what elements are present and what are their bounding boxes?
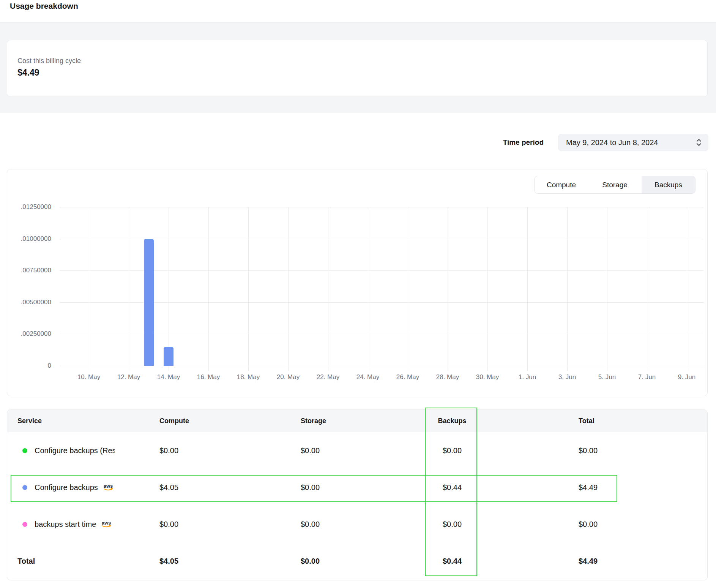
x-axis-tick-label: 14. May xyxy=(149,373,188,381)
service-dot-icon xyxy=(22,522,27,527)
usage-bar-13-may[interactable] xyxy=(144,239,154,366)
column-header-backups: Backups xyxy=(395,417,509,425)
chart-metric-tabs: ComputeStorageBackups xyxy=(534,176,695,194)
y-axis-tick-label: .00750000 xyxy=(7,266,51,275)
x-gridline xyxy=(647,207,647,371)
x-gridline xyxy=(169,207,169,371)
billing-cycle-amount: $4.49 xyxy=(17,68,39,78)
cell-storage: $0.00 xyxy=(301,520,395,529)
cell-total: $4.49 xyxy=(509,483,707,492)
table-row: Configure backupsaws$4.05$0.00$0.44$4.49 xyxy=(7,469,707,506)
x-axis-tick-label: 24. May xyxy=(348,373,388,381)
time-period-row: Time period May 9, 2024 to Jun 8, 2024 xyxy=(0,134,708,151)
billing-summary-band: Cost this billing cycle $4.49 xyxy=(0,22,716,113)
time-period-select[interactable]: May 9, 2024 to Jun 8, 2024 xyxy=(558,134,708,151)
billing-cycle-label: Cost this billing cycle xyxy=(17,57,81,65)
x-axis-tick-label: 26. May xyxy=(388,373,427,381)
tab-compute[interactable]: Compute xyxy=(535,176,588,193)
cell-compute: $0.00 xyxy=(159,520,301,529)
cell-total: $0.00 xyxy=(509,520,707,529)
cell-total: $0.00 xyxy=(509,446,707,455)
x-axis-tick-label: 3. Jun xyxy=(547,373,587,381)
column-header-total: Total xyxy=(509,417,707,425)
service-name: Configure backups (Resto xyxy=(35,446,115,455)
x-gridline xyxy=(607,207,607,371)
usage-chart-card: ComputeStorageBackups .01250000.01000000… xyxy=(7,169,708,396)
time-period-value: May 9, 2024 to Jun 8, 2024 xyxy=(566,138,658,147)
x-gridline xyxy=(687,207,687,371)
x-axis-tick-label: 28. May xyxy=(428,373,467,381)
y-axis-tick-label: .01250000 xyxy=(7,203,51,211)
service-cell: Configure backups (Resto xyxy=(7,446,159,455)
x-gridline xyxy=(527,207,528,371)
service-cell: Configure backupsaws xyxy=(7,483,159,492)
total-compute: $4.05 xyxy=(159,557,301,566)
column-header-storage: Storage xyxy=(301,417,395,425)
x-axis-tick-label: 18. May xyxy=(229,373,268,381)
aws-icon: aws xyxy=(101,520,113,529)
x-gridline xyxy=(89,207,89,371)
usage-bar-14-may[interactable] xyxy=(164,347,173,366)
service-name: Configure backups xyxy=(35,483,98,492)
x-gridline xyxy=(567,207,568,371)
total-backups: $0.44 xyxy=(395,557,509,566)
x-gridline xyxy=(129,207,129,371)
x-axis-tick-label: 22. May xyxy=(308,373,348,381)
total-total: $4.49 xyxy=(509,557,707,566)
service-dot-icon xyxy=(22,485,27,490)
chevron-updown-icon xyxy=(696,138,702,147)
x-axis-tick-label: 30. May xyxy=(468,373,507,381)
column-header-service: Service xyxy=(7,417,159,425)
cell-backups: $0.00 xyxy=(395,520,509,529)
x-axis-tick-label: 20. May xyxy=(268,373,308,381)
x-gridline xyxy=(448,207,448,371)
x-gridline xyxy=(328,207,328,371)
x-axis-tick-label: 16. May xyxy=(189,373,228,381)
x-gridline xyxy=(368,207,368,371)
cell-backups: $0.00 xyxy=(395,446,509,455)
svg-text:aws: aws xyxy=(102,520,111,526)
table-row: Configure backups (Resto$0.00$0.00$0.00$… xyxy=(7,432,707,469)
x-axis-tick-label: 1. Jun xyxy=(508,373,547,381)
service-dot-icon xyxy=(22,448,27,453)
service-name: backups start time xyxy=(35,520,96,529)
total-storage: $0.00 xyxy=(301,557,395,566)
table-header-row: ServiceComputeStorageBackupsTotal xyxy=(7,410,707,432)
usage-breakdown-page: Usage breakdown Cost this billing cycle … xyxy=(0,0,716,588)
x-axis-tick-label: 10. May xyxy=(69,373,109,381)
x-axis-tick-label: 7. Jun xyxy=(627,373,667,381)
x-gridline xyxy=(208,207,209,371)
x-gridline xyxy=(408,207,408,371)
tab-backups[interactable]: Backups xyxy=(642,176,695,193)
usage-table-card: ServiceComputeStorageBackupsTotal Config… xyxy=(7,409,708,580)
cell-storage: $0.00 xyxy=(301,483,395,492)
y-axis-tick-label: .00500000 xyxy=(7,298,51,307)
aws-icon: aws xyxy=(103,483,115,492)
x-gridline xyxy=(288,207,289,371)
table-total-row: Total$4.05$0.00$0.44$4.49 xyxy=(7,543,707,580)
y-axis-tick-label: .00250000 xyxy=(7,330,51,338)
x-axis-tick-label: 9. Jun xyxy=(667,373,707,381)
tab-storage[interactable]: Storage xyxy=(588,176,642,193)
x-gridline xyxy=(487,207,488,371)
time-period-label: Time period xyxy=(503,138,544,147)
table-row: backups start timeaws$0.00$0.00$0.00$0.0… xyxy=(7,506,707,543)
cell-compute: $0.00 xyxy=(159,446,301,455)
column-header-compute: Compute xyxy=(159,417,301,425)
bar-chart-plot-area: 10. May12. May14. May16. May18. May20. M… xyxy=(60,207,703,366)
y-axis-tick-label: 0 xyxy=(7,362,51,370)
service-cell: backups start timeaws xyxy=(7,520,159,529)
y-axis-tick-label: .01000000 xyxy=(7,235,51,243)
billing-cycle-card: Cost this billing cycle $4.49 xyxy=(7,40,708,97)
y-axis-labels: .01250000.01000000.00750000.00500000.002… xyxy=(7,169,51,397)
x-axis-tick-label: 5. Jun xyxy=(587,373,627,381)
cell-storage: $0.00 xyxy=(301,446,395,455)
cell-compute: $4.05 xyxy=(159,483,301,492)
page-title: Usage breakdown xyxy=(10,2,78,11)
x-axis-tick-label: 12. May xyxy=(109,373,148,381)
x-gridline xyxy=(248,207,249,371)
cell-backups: $0.44 xyxy=(395,483,509,492)
total-row-label: Total xyxy=(7,557,159,566)
svg-text:aws: aws xyxy=(103,483,113,489)
